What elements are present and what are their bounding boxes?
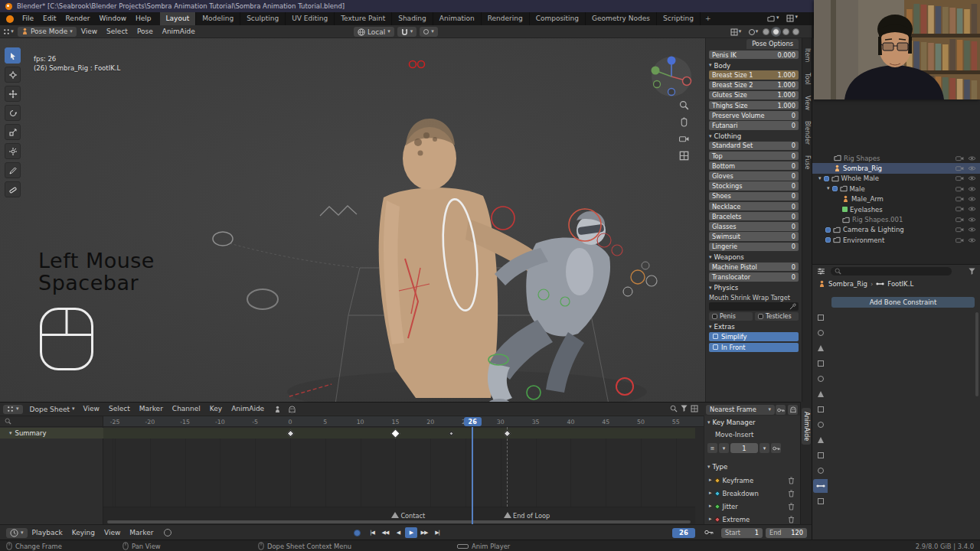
object-constraints-tab-icon[interactable] [813,448,828,462]
timeline-editor-icon[interactable]: ▾ [6,528,28,538]
object-tab-icon[interactable] [813,403,828,416]
dope-sheet-tab-animaide[interactable]: AnimAide [802,408,811,445]
key-type-breakdown[interactable]: ▸Breakdown [704,487,800,500]
breadcrumb-object[interactable]: Sombra_Rig [828,280,867,288]
insert-key-button[interactable] [771,443,781,453]
only-selected-filter-icon[interactable] [271,404,283,414]
camera-view-icon[interactable] [678,133,690,145]
section-weapons[interactable]: ▾Weapons [709,253,799,262]
blender-app-icon[interactable] [6,15,14,23]
slider-glutes-size[interactable]: Glutes Size1.000 [709,91,799,99]
breadcrumb-bone[interactable]: FootIK.L [887,280,913,288]
sidebar-tab-view[interactable]: View [802,92,812,114]
slider-breast-size-2[interactable]: Breast Size 21.000 [709,81,799,90]
menu-edit[interactable]: Edit [38,12,60,25]
editor-type-button[interactable]: ▾ [3,405,23,414]
timeline-editor[interactable]: ▾ PlaybackKeyingViewMarker |◀◀◀◀▶▶▶▶| 26… [0,524,812,540]
dope-sheet-menu-animaide[interactable]: AnimAide [227,403,269,416]
ghost-key-icon[interactable] [788,405,798,415]
dope-sheet-menu-marker[interactable]: Marker [135,403,168,416]
pose-options-tab[interactable]: Pose Options [746,39,799,49]
channel-list[interactable]: ▾Summary [0,427,103,525]
play-button[interactable]: ▶ [405,527,417,538]
physics-tab-icon[interactable] [813,433,828,447]
timeline-menu-playback[interactable]: Playback [28,527,67,540]
mode-dropdown[interactable]: Pose Mode▾ [18,27,77,37]
filter-funnel-icon[interactable] [969,268,975,275]
keying-set-icon[interactable] [704,530,714,535]
slider-shoes[interactable]: Shoes0 [709,192,799,201]
3d-scene[interactable] [0,38,812,402]
render-tab-icon[interactable] [813,326,828,340]
options-dropdown-icon[interactable]: ▾ [760,443,769,453]
output-tab-icon[interactable] [813,341,828,355]
viewport-menu-pose[interactable]: Pose [132,25,158,38]
viewport-menu-select[interactable]: Select [102,25,132,38]
sidebar-tab-tool[interactable]: Tool [802,69,812,89]
cursor-tool-icon[interactable] [5,67,21,83]
workspace-tab-animation[interactable]: Animation [433,12,482,25]
timeline-menu-marker[interactable]: Marker [125,527,158,540]
key-manager-header[interactable]: Key Manager [713,419,756,426]
dope-sheet-menu-select[interactable]: Select [104,403,135,416]
amount-field[interactable]: 1 [730,443,758,453]
zoom-icon[interactable] [678,99,690,111]
slider-thighs-size[interactable]: Thighs Size1.000 [709,101,799,109]
slider-necklace[interactable]: Necklace0 [709,202,799,210]
workspace-tab-layout[interactable]: Layout [160,12,197,25]
dope-sheet-menu-key[interactable]: Key [205,403,227,416]
editor-type-icon[interactable]: ▾ [2,27,15,37]
jump-to-end-button[interactable]: ▶| [431,527,443,538]
viewport-menu-view[interactable]: View [77,25,102,38]
workspace-tab-sculpting[interactable]: Sculpting [240,12,286,25]
outliner-item-rig-shapes[interactable]: Rig Shapes [812,153,980,163]
snap-toggle[interactable]: ▾ [397,27,417,37]
modifiers-tab-icon[interactable] [813,418,828,432]
workspace-tab-rendering[interactable]: Rendering [482,12,530,25]
slider-penis-ik[interactable]: Penis IK0.000 [709,51,799,59]
section-clothing[interactable]: ▾Clothing [709,132,799,142]
summary-channel[interactable]: ▾Summary [0,428,103,439]
auto-keying-toggle[interactable] [164,529,172,536]
slider-futanari[interactable]: Futanari0 [709,121,799,129]
dope-sheet-hscrollbar[interactable] [107,520,691,523]
overlay-icon[interactable] [691,405,698,412]
sidebar-tab-item[interactable]: Item [802,44,812,66]
toggle-testicles[interactable]: Testicles [755,312,799,321]
delete-icon[interactable] [788,503,795,510]
slider-breast-size-1[interactable]: Breast Size 11.000 [709,70,799,79]
marker-end-of-loop[interactable] [504,512,511,518]
slider-bottom[interactable]: Bottom0 [709,161,799,170]
material-tab-icon[interactable] [813,494,828,508]
search-icon[interactable] [670,405,678,412]
menu-window[interactable]: Window [95,12,132,25]
playhead[interactable] [472,427,473,525]
ghost-filter-icon[interactable] [286,404,298,414]
workspace-tab-shading[interactable]: Shading [392,12,433,25]
outliner-item-male[interactable]: ▾Male [812,184,980,194]
slider-lingerie[interactable]: Lingerie0 [709,243,799,251]
jump-to-start-button[interactable]: |◀ [366,527,378,538]
dope-sheet-menu-channel[interactable]: Channel [168,403,205,416]
add-bone-constraint-button[interactable]: Add Bone Constraint [831,297,975,308]
slider-gloves[interactable]: Gloves0 [709,171,799,180]
section-extras[interactable]: ▾Extras [709,322,799,332]
delete-icon[interactable] [788,516,795,523]
channel-search-bar[interactable] [0,416,103,427]
prev-keyframe-button[interactable]: ◀◀ [379,527,391,538]
scene-dropdown-icon[interactable]: ▾ [767,15,779,22]
keyframe-area[interactable]: ContactEnd of Loop [0,427,704,525]
wireframe-shading-icon[interactable] [763,28,769,35]
properties-scrollbar[interactable] [975,312,978,396]
sidebar-tab-fuse[interactable]: Fuse [802,152,812,173]
tool-tab-icon[interactable] [813,311,828,324]
properties-search-field[interactable] [831,267,952,276]
frame-end-field[interactable]: End120 [766,528,807,538]
sync-playback-toggle[interactable] [354,530,361,536]
outliner-item-eyelashes[interactable]: Eyelashes [812,204,980,214]
workspace-tab-uv-editing[interactable]: UV Editing [286,12,335,25]
workspace-tab-texture-paint[interactable]: Texture Paint [335,12,392,25]
current-frame-field[interactable]: 26 [672,528,695,538]
slider-machine-pistol[interactable]: Machine Pistol0 [709,262,799,271]
show-gizmo-icon[interactable]: ▾ [730,27,742,37]
